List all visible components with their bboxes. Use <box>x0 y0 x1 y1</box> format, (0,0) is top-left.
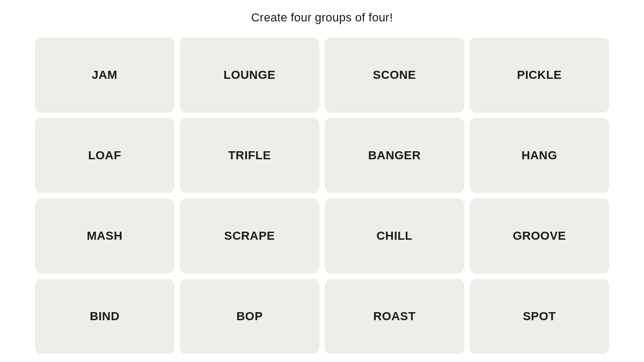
card-bind[interactable]: BIND <box>35 279 174 354</box>
card-groove[interactable]: GROOVE <box>470 198 609 274</box>
card-roast[interactable]: ROAST <box>325 279 464 354</box>
card-label-chill: CHILL <box>377 229 413 243</box>
card-bop[interactable]: BOP <box>180 279 319 354</box>
card-mash[interactable]: MASH <box>35 198 174 274</box>
card-label-roast: ROAST <box>373 309 415 323</box>
card-label-spot: SPOT <box>523 309 556 323</box>
card-pickle[interactable]: PICKLE <box>470 38 609 113</box>
card-loaf[interactable]: LOAF <box>35 118 174 193</box>
card-trifle[interactable]: TRIFLE <box>180 118 319 193</box>
card-label-hang: HANG <box>522 149 558 162</box>
card-label-lounge: LOUNGE <box>224 68 276 82</box>
card-label-pickle: PICKLE <box>517 68 561 82</box>
card-spot[interactable]: SPOT <box>470 279 609 354</box>
card-jam[interactable]: JAM <box>35 38 174 113</box>
card-lounge[interactable]: LOUNGE <box>180 38 319 113</box>
card-chill[interactable]: CHILL <box>325 198 464 274</box>
card-label-loaf: LOAF <box>88 149 121 162</box>
card-hang[interactable]: HANG <box>470 118 609 193</box>
word-grid: JAMLOUNGESCONEPICKLELOAFTRIFLEBANGERHANG… <box>30 38 614 354</box>
card-scone[interactable]: SCONE <box>325 38 464 113</box>
card-label-groove: GROOVE <box>513 229 566 243</box>
card-label-scone: SCONE <box>373 68 416 82</box>
card-label-bop: BOP <box>237 309 263 323</box>
card-label-mash: MASH <box>87 229 123 243</box>
card-label-trifle: TRIFLE <box>228 149 271 162</box>
page-title: Create four groups of four! <box>251 11 393 25</box>
card-banger[interactable]: BANGER <box>325 118 464 193</box>
card-label-bind: BIND <box>90 309 120 323</box>
card-label-jam: JAM <box>92 68 118 82</box>
card-scrape[interactable]: SCRAPE <box>180 198 319 274</box>
card-label-scrape: SCRAPE <box>224 229 275 243</box>
card-label-banger: BANGER <box>368 149 421 162</box>
